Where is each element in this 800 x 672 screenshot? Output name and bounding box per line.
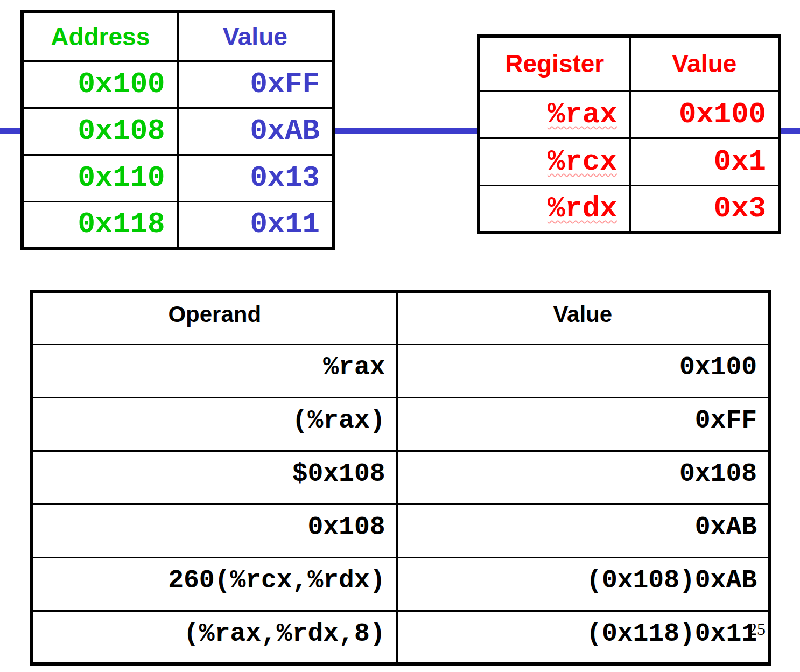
table-row: (%rax,%rdx,8) (0x118)0x11 — [32, 611, 769, 664]
register-value-cell: 0x1 — [630, 138, 780, 185]
register-header-value: Value — [630, 36, 780, 90]
table-row: $0x108 0x108 — [32, 451, 769, 504]
memory-value-cell: 0xFF — [178, 61, 333, 108]
memory-address-cell: 0x110 — [22, 155, 178, 201]
operand-cell: $0x108 — [32, 451, 397, 504]
operand-cell: 260(%rcx,%rdx) — [32, 557, 397, 611]
operand-header-value: Value — [397, 291, 769, 344]
operand-header-operand: Operand — [32, 291, 397, 344]
operand-cell: (%rax) — [32, 397, 397, 451]
table-row: (%rax) 0xFF — [32, 397, 769, 451]
table-row: %rdx 0x3 — [479, 185, 780, 233]
memory-address-cell: 0x100 — [22, 61, 178, 108]
memory-address-cell: 0x118 — [22, 201, 178, 248]
operand-value-cell: 0x100 — [397, 344, 769, 397]
operand-value-cell: 0xAB — [397, 504, 769, 557]
memory-value-cell: 0x13 — [178, 155, 333, 201]
register-table: Register Value %rax 0x100 %rcx 0x1 %rdx … — [477, 34, 781, 234]
register-header-row: Register Value — [479, 36, 780, 90]
register-value-cell: 0x100 — [630, 90, 780, 138]
operand-value-cell: 0xFF — [397, 397, 769, 451]
memory-address-cell: 0x108 — [22, 108, 178, 155]
register-value-cell: 0x3 — [630, 185, 780, 233]
operand-cell: %rax — [32, 344, 397, 397]
table-row: 260(%rcx,%rdx) (0x108)0xAB — [32, 557, 769, 611]
operand-value-cell: (0x118)0x11 — [397, 611, 769, 664]
operand-table: Operand Value %rax 0x100 (%rax) 0xFF $0x… — [30, 290, 771, 666]
table-row: %rcx 0x1 — [479, 138, 780, 185]
register-name: %rcx — [548, 145, 617, 178]
memory-value-cell: 0x11 — [178, 201, 333, 248]
table-row: 0x118 0x11 — [22, 201, 333, 248]
operand-cell: 0x108 — [32, 504, 397, 557]
operand-value-cell: (0x108)0xAB — [397, 557, 769, 611]
register-name: %rax — [548, 98, 617, 131]
table-row: %rax 0x100 — [32, 344, 769, 397]
table-row: 0x108 0xAB — [32, 504, 769, 557]
register-name-cell: %rdx — [479, 185, 630, 233]
register-name-cell: %rcx — [479, 138, 630, 185]
operand-value-cell: 0x108 — [397, 451, 769, 504]
memory-header-row: Address Value — [22, 11, 333, 61]
register-name: %rdx — [548, 192, 617, 225]
memory-value-cell: 0xAB — [178, 108, 333, 155]
table-row: %rax 0x100 — [479, 90, 780, 138]
operand-cell: (%rax,%rdx,8) — [32, 611, 397, 664]
operand-header-row: Operand Value — [32, 291, 769, 344]
slide-canvas: Address Value 0x100 0xFF 0x108 0xAB 0x11… — [0, 0, 800, 672]
memory-table: Address Value 0x100 0xFF 0x108 0xAB 0x11… — [20, 10, 335, 250]
memory-header-value: Value — [178, 11, 333, 61]
page-number: 25 — [748, 619, 766, 639]
register-name-cell: %rax — [479, 90, 630, 138]
memory-header-address: Address — [22, 11, 178, 61]
table-row: 0x110 0x13 — [22, 155, 333, 201]
table-row: 0x108 0xAB — [22, 108, 333, 155]
register-header-register: Register — [479, 36, 630, 90]
table-row: 0x100 0xFF — [22, 61, 333, 108]
